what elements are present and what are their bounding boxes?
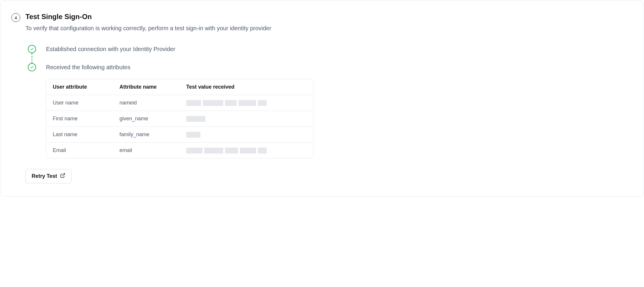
table-row: Emailemail — [46, 143, 313, 158]
check-icon — [28, 63, 36, 71]
cell-user-attribute: Last name — [46, 127, 113, 143]
th-attribute-name: Attribute name — [113, 79, 180, 95]
cell-test-value — [180, 143, 314, 158]
redacted-block — [240, 148, 256, 153]
table-row: User namenameid — [46, 95, 313, 111]
cell-test-value — [180, 111, 314, 127]
status-connector — [32, 53, 32, 63]
step-header: 4 Test Single Sign-On To verify that con… — [11, 13, 633, 33]
cell-test-value — [180, 95, 314, 111]
step-title: Test Single Sign-On — [25, 13, 271, 21]
cell-attribute-name: family_name — [113, 127, 180, 143]
check-icon — [28, 45, 36, 53]
cell-user-attribute: User name — [46, 95, 113, 111]
status-connection-text: Established connection with your Identit… — [46, 46, 175, 53]
status-list: Established connection with your Identit… — [28, 45, 633, 71]
retry-test-label: Retry Test — [32, 173, 57, 179]
cell-attribute-name: nameid — [113, 95, 180, 111]
button-row: Retry Test — [25, 169, 633, 183]
redacted-block — [186, 148, 202, 153]
redacted-block — [238, 100, 256, 106]
redacted-block — [225, 100, 237, 106]
cell-user-attribute: First name — [46, 111, 113, 127]
svg-line-0 — [62, 173, 64, 176]
header-texts: Test Single Sign-On To verify that confi… — [25, 13, 271, 33]
attributes-table-wrap: User attribute Attribute name Test value… — [46, 79, 314, 158]
redacted-block — [186, 116, 205, 122]
cell-user-attribute: Email — [46, 143, 113, 158]
th-user-attribute: User attribute — [46, 79, 113, 95]
redacted-block — [258, 100, 267, 106]
redacted-block — [203, 100, 223, 106]
step-subtitle: To verify that configuration is working … — [25, 24, 271, 33]
status-section: Established connection with your Identit… — [28, 45, 633, 71]
attributes-table: User attribute Attribute name Test value… — [46, 79, 314, 158]
step-number-badge: 4 — [11, 13, 20, 22]
status-attributes-text: Received the following attributes — [46, 64, 130, 71]
redacted-value — [186, 132, 307, 138]
redacted-value — [186, 100, 307, 106]
table-row: Last namefamily_name — [46, 127, 313, 143]
step-number: 4 — [15, 15, 17, 20]
cell-test-value — [180, 127, 314, 143]
status-item-attributes: Received the following attributes — [28, 63, 633, 71]
redacted-value — [186, 148, 307, 153]
redacted-block — [186, 132, 200, 138]
redacted-block — [186, 100, 201, 106]
redacted-block — [258, 148, 267, 153]
table-row: First namegiven_name — [46, 111, 313, 127]
redacted-value — [186, 116, 307, 122]
redacted-block — [204, 148, 223, 153]
cell-attribute-name: email — [113, 143, 180, 158]
th-test-value: Test value received — [180, 79, 314, 95]
redacted-block — [225, 148, 238, 153]
retry-test-button[interactable]: Retry Test — [25, 169, 71, 183]
sso-test-card: 4 Test Single Sign-On To verify that con… — [1, 1, 643, 197]
attributes-tbody: User namenameidFirst namegiven_nameLast … — [46, 95, 313, 158]
cell-attribute-name: given_name — [113, 111, 180, 127]
status-item-connection: Established connection with your Identit… — [28, 45, 633, 53]
external-link-icon — [60, 173, 65, 180]
